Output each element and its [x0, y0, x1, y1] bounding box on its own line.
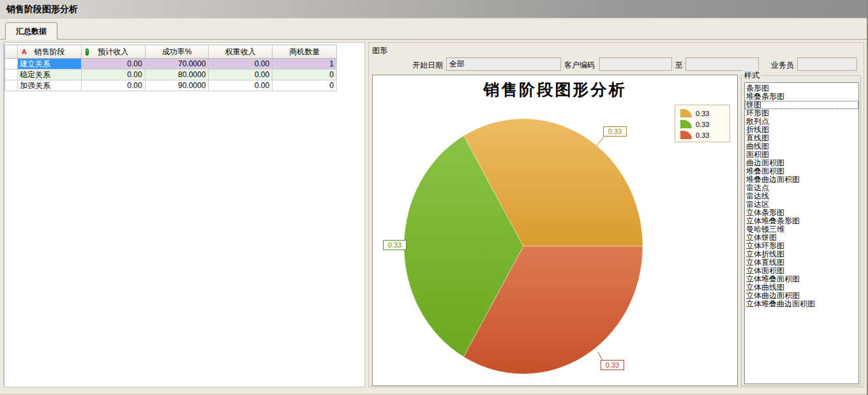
value-cell: 70.0000 [146, 59, 209, 70]
value-cell: 80.0000 [146, 70, 209, 80]
table-header-row: A销售阶段预计收入成功率%权重收入商机数量 [5, 45, 337, 59]
value-cell: 90.0000 [146, 80, 209, 91]
sales-stage-table: A销售阶段预计收入成功率%权重收入商机数量 建立关系0.0070.00000.0… [4, 45, 337, 91]
customer-code-to-input[interactable] [685, 57, 759, 71]
row-selector-cell[interactable] [5, 80, 18, 91]
legend-item: 0.33 [680, 119, 730, 130]
slice-value-label: 0.33 [603, 126, 627, 137]
column-header[interactable]: 权重收入 [209, 45, 273, 59]
stage-cell: 加强关系 [18, 80, 82, 91]
start-date-input[interactable] [446, 57, 561, 71]
salesman-input[interactable] [797, 57, 857, 71]
legend-swatch-icon [680, 131, 692, 139]
value-cell: 0.00 [82, 80, 146, 91]
styles-group-label: 样式 [742, 70, 761, 81]
customer-code-label: 客户编码 [564, 61, 595, 70]
summary-table-panel: A销售阶段预计收入成功率%权重收入商机数量 建立关系0.0070.00000.0… [3, 42, 365, 387]
to-label: 至 [675, 61, 683, 70]
column-marker-icon [86, 48, 89, 56]
content-area: A销售阶段预计收入成功率%权重收入商机数量 建立关系0.0070.00000.0… [0, 40, 868, 388]
row-selector-header [5, 45, 18, 59]
value-cell: 0.00 [209, 80, 273, 91]
table-row[interactable]: 建立关系0.0070.00000.001 [5, 59, 337, 70]
column-header-label: 权重收入 [225, 47, 256, 56]
app-window: 销售阶段图形分析 汇总数据 A销售阶段预计收入成功率%权重收入商机数量 建立关系… [0, 0, 868, 395]
sort-a-icon: A [22, 45, 27, 58]
chart-legend: 0.330.330.33 [675, 105, 730, 142]
label-leader-line [597, 137, 604, 145]
slice-value-label: 0.33 [601, 360, 624, 370]
tab-summary-data[interactable]: 汇总数据 [5, 22, 57, 40]
style-list-item[interactable]: 堆叠条形图 [745, 93, 858, 101]
column-header-label: 销售阶段 [34, 47, 64, 56]
table-body: 建立关系0.0070.00000.001稳定关系0.0080.00000.000… [5, 59, 337, 91]
pie-chart-canvas: 销售阶段图形分析 [372, 75, 738, 386]
column-header[interactable]: 预计收入 [82, 45, 146, 59]
customer-code-from-input[interactable] [599, 57, 672, 71]
table-row[interactable]: 加强关系0.0090.00000.000 [5, 80, 337, 91]
value-cell: 0 [273, 70, 337, 80]
column-header[interactable]: 成功率% [146, 45, 209, 59]
salesman-label: 业务员 [771, 61, 794, 70]
chart-group-panel: 图形 开始日期 客户编码 至 业务员 销售阶段图形分析 [368, 42, 864, 387]
bottom-strip [0, 388, 868, 395]
value-cell: 0.00 [82, 70, 146, 80]
chart-style-listbox[interactable]: 条形图堆叠条形图饼图环形图散列点折线图直线图曲线图面积图曲边面积图堆叠面积图堆叠… [744, 82, 859, 384]
column-header[interactable]: A销售阶段 [18, 45, 82, 59]
table-row[interactable]: 稳定关系0.0080.00000.000 [5, 70, 337, 80]
value-cell: 0.00 [82, 59, 146, 70]
styles-group: 条形图堆叠条形图饼图环形图散列点折线图直线图曲线图面积图曲边面积图堆叠面积图堆叠… [741, 75, 861, 386]
legend-swatch-icon [680, 120, 692, 128]
style-list-item[interactable]: 立体堆叠曲边面积图 [745, 300, 858, 308]
page-title: 销售阶段图形分析 [6, 0, 78, 19]
tab-strip: 汇总数据 [0, 19, 868, 40]
start-date-label: 开始日期 [412, 61, 443, 70]
stage-cell: 建立关系 [18, 59, 82, 70]
value-cell: 0 [273, 80, 337, 91]
chart-group-label: 图形 [372, 45, 387, 56]
value-cell: 1 [273, 59, 337, 70]
legend-value: 0.33 [696, 131, 709, 139]
column-header-label: 成功率% [162, 47, 192, 56]
column-header-label: 预计收入 [98, 47, 128, 56]
slice-value-label: 0.33 [383, 240, 407, 250]
column-header[interactable]: 商机数量 [273, 45, 337, 59]
title-bar: 销售阶段图形分析 [0, 0, 868, 19]
legend-item: 0.33 [680, 130, 730, 140]
legend-swatch-icon [680, 109, 692, 117]
row-selector-cell[interactable] [5, 70, 18, 80]
column-header-label: 商机数量 [289, 47, 320, 56]
stage-cell: 稳定关系 [18, 70, 82, 80]
legend-value: 0.33 [696, 110, 709, 117]
row-selector-cell[interactable] [5, 59, 18, 70]
legend-value: 0.33 [696, 121, 709, 128]
value-cell: 0.00 [209, 70, 273, 80]
value-cell: 0.00 [209, 59, 273, 70]
legend-item: 0.33 [680, 108, 730, 119]
